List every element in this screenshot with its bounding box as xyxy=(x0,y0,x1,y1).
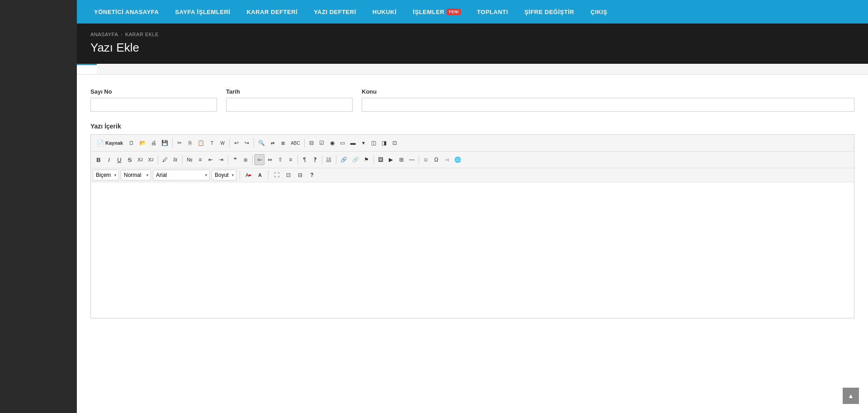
btn-blockquote[interactable]: ❝ xyxy=(230,154,240,165)
btn-textarea[interactable]: ▬ xyxy=(348,138,358,148)
sayi-input[interactable] xyxy=(90,98,217,112)
sep-3 xyxy=(254,138,254,147)
btn-spell[interactable]: ABC xyxy=(288,138,302,148)
boyut-select[interactable]: Boyut 8 10 12 14 16 18 24 xyxy=(212,170,236,180)
btn-undo[interactable]: ↩ xyxy=(231,138,241,148)
top-nav: YÖNETİCİ ANASAYFA SAYFA İŞLEMLERİ KARAR … xyxy=(77,0,868,24)
btn-open[interactable]: 📂 xyxy=(137,138,148,148)
nav-home[interactable]: YÖNETİCİ ANASAYFA xyxy=(86,0,167,24)
sep-13 xyxy=(419,155,419,164)
sayi-label: Sayı No xyxy=(90,88,217,95)
btn-select-all[interactable]: ⊠ xyxy=(278,138,288,148)
font-select[interactable]: Arial Times New Roman Courier New xyxy=(153,170,210,180)
toolbar-row2: B I U S X2 X2 🖊 Ix № ≡ ⇤ ⇥ ❝ ⊞ ⇦ ⇔ xyxy=(91,152,854,168)
format-wrapper: Normal Başlık 1 Başlık 2 Başlık 3 xyxy=(121,170,151,180)
btn-link[interactable]: 🔗 xyxy=(338,154,349,165)
breadcrumb-home[interactable]: ANASAYFA xyxy=(90,32,118,37)
btn-paste[interactable]: 📋 xyxy=(195,138,207,148)
main-content: Sayı No Tarih Konu Yazı İçerik 📄 Kaynak … xyxy=(77,75,868,413)
nav-sayfa[interactable]: SAYFA İŞLEMLERİ xyxy=(167,0,238,24)
btn-imgfield[interactable]: ◫ xyxy=(369,138,379,148)
btn-bold[interactable]: B xyxy=(94,154,104,165)
tab-2[interactable] xyxy=(97,64,117,74)
btn-preview[interactable]: ⊡ xyxy=(283,170,293,180)
format-select[interactable]: Normal Başlık 1 Başlık 2 Başlık 3 xyxy=(121,170,151,180)
btn-replace[interactable]: ⇄ xyxy=(268,138,278,148)
btn-unlink[interactable]: 🔗 xyxy=(350,154,361,165)
btn-bidi-rtl[interactable]: ¶ xyxy=(310,154,320,165)
btn-align-left[interactable]: ⇦ xyxy=(255,154,264,165)
btn-templates[interactable]: ⊟ xyxy=(295,170,305,180)
btn-save[interactable]: 💾 xyxy=(159,138,170,148)
konu-input[interactable] xyxy=(362,98,854,112)
konu-label: Konu xyxy=(362,88,854,95)
btn-bg-color[interactable]: A xyxy=(255,170,265,180)
btn-flash[interactable]: ▶ xyxy=(386,154,396,165)
btn-ol[interactable]: № xyxy=(184,154,195,165)
btn-cut[interactable]: ✂ xyxy=(175,138,184,148)
btn-page-break[interactable]: ⊣ xyxy=(442,154,452,165)
btn-checkbox[interactable]: ☑ xyxy=(317,138,327,148)
btn-sup[interactable]: X2 xyxy=(146,154,156,165)
btn-div[interactable]: ⊞ xyxy=(241,154,250,165)
btn-smiley[interactable]: ☺ xyxy=(421,154,431,165)
editor-body[interactable] xyxy=(91,182,854,318)
btn-radio[interactable]: ◉ xyxy=(327,138,337,148)
btn-select2[interactable]: ▾ xyxy=(359,138,368,148)
btn-underline[interactable]: U xyxy=(114,154,124,165)
btn-strike[interactable]: S xyxy=(125,154,135,165)
btn-hidden[interactable]: ◨ xyxy=(379,138,389,148)
tarih-input[interactable] xyxy=(226,98,353,112)
btn-kaynak[interactable]: 📄 Kaynak xyxy=(94,138,126,148)
nav-islemler[interactable]: İŞLEMLER YENİ xyxy=(405,0,469,24)
btn-align-justify[interactable]: ≡ xyxy=(286,154,296,165)
btn-format-remove[interactable]: 🖊 xyxy=(160,154,170,165)
btn-print[interactable]: 🖨 xyxy=(149,138,159,148)
nav-toplanti[interactable]: TOPLANTI xyxy=(469,0,516,24)
btn-find[interactable]: 🔍 xyxy=(256,138,267,148)
btn-font-color[interactable]: A xyxy=(243,170,253,180)
tarih-label: Tarih xyxy=(226,88,353,95)
sep-12 xyxy=(373,155,374,164)
btn-bidi-ltr[interactable]: ¶ xyxy=(300,154,310,165)
btn-textfield[interactable]: ▭ xyxy=(338,138,348,148)
toolbar-row-1: 📄 Kaynak 🗋 📂 🖨 💾 ✂ ⎘ 📋 T W ↩ ↪ 🔍 ⇄ xyxy=(94,137,851,149)
btn-copy[interactable]: ⎘ xyxy=(185,138,195,148)
islemler-badge: YENİ xyxy=(447,9,461,15)
btn-ul[interactable]: ≡ xyxy=(195,154,205,165)
btn-paste-text[interactable]: T xyxy=(207,138,217,148)
nav-yazi[interactable]: YAZI DEFTERİ xyxy=(306,0,364,24)
btn-special-char[interactable]: Ω xyxy=(431,154,441,165)
btn-fullscreen[interactable]: ⛶ xyxy=(272,170,282,180)
nav-karar[interactable]: KARAR DEFTERİ xyxy=(238,0,306,24)
font-wrapper: Arial Times New Roman Courier New xyxy=(153,170,210,180)
btn-form[interactable]: ⊟ xyxy=(307,138,316,148)
btn-anchor[interactable]: ⚑ xyxy=(362,154,372,165)
bicem-select[interactable]: Biçem xyxy=(93,170,119,180)
nav-cikis[interactable]: ÇIKIŞ xyxy=(582,0,615,24)
btn-help[interactable]: ? xyxy=(307,170,317,180)
btn-sub[interactable]: X2 xyxy=(135,154,145,165)
btn-redo[interactable]: ↪ xyxy=(242,138,252,148)
scroll-to-top-button[interactable]: ▲ xyxy=(843,388,859,404)
btn-paste-word[interactable]: W xyxy=(217,138,227,148)
breadcrumb: ANASAYFA › KARAR EKLE xyxy=(90,32,854,37)
nav-sifre[interactable]: ŞİFRE DEĞİŞTİR xyxy=(516,0,582,24)
btn-table[interactable]: ⊞ xyxy=(396,154,406,165)
nav-hukuki[interactable]: HUKUKİ xyxy=(364,0,405,24)
btn-indent-less[interactable]: ⇤ xyxy=(206,154,216,165)
btn-hr[interactable]: — xyxy=(407,154,417,165)
btn-image[interactable]: 🖼 xyxy=(376,154,386,165)
btn-btnfield[interactable]: ⊡ xyxy=(390,138,400,148)
btn-new-doc[interactable]: 🗋 xyxy=(127,138,137,148)
btn-indent-more[interactable]: ⇥ xyxy=(216,154,226,165)
sep-dropdown-2 xyxy=(268,171,269,180)
tab-1[interactable] xyxy=(77,64,97,74)
sayi-group: Sayı No xyxy=(90,88,217,112)
btn-align-right[interactable]: ⇧ xyxy=(275,154,285,165)
btn-italic2[interactable]: Ix xyxy=(170,154,180,165)
btn-lang[interactable]: 話 xyxy=(324,154,334,165)
btn-italic[interactable]: I xyxy=(104,154,114,165)
btn-align-center[interactable]: ⇔ xyxy=(265,154,275,165)
btn-iframe[interactable]: 🌐 xyxy=(452,154,463,165)
